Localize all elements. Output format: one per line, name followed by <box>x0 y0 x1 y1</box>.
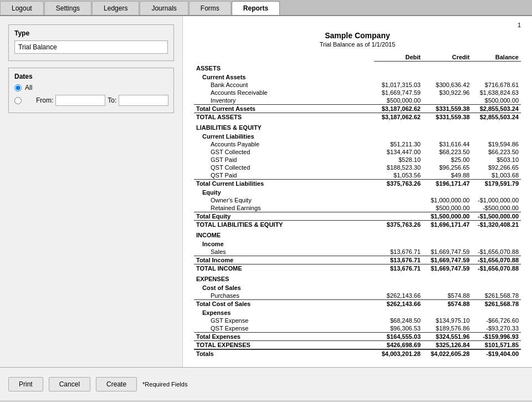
cancel-button[interactable]: Cancel <box>49 377 90 391</box>
subsection-current-liabilities: Current Liabilities <box>194 131 521 140</box>
row-total-current-liabilities: Total Current Liabilities $375,763.26 $1… <box>194 180 521 188</box>
tab-journals[interactable]: Journals <box>140 1 188 15</box>
to-date-input[interactable] <box>119 95 168 106</box>
radio-from-item: From: To: <box>14 95 168 106</box>
from-label: From: <box>36 96 53 104</box>
right-panel: 1 Sample Company Trial Balance as of 1/1… <box>183 16 532 367</box>
section-liabilities-equity: LIABILITIES & EQUITY <box>194 121 521 131</box>
dates-legend: Dates <box>14 73 168 80</box>
radio-from[interactable] <box>14 97 22 104</box>
tab-forms[interactable]: Forms <box>189 1 231 15</box>
row-total-expenses-bold: TOTAL EXPENSES $426,698.69 $325,126.84 $… <box>194 341 521 350</box>
row-qst-paid: QST Paid $1,053.56 $49.88 $1,003.68 <box>194 171 521 180</box>
type-legend: Type <box>14 29 168 37</box>
tab-bar: Logout Settings Ledgers Journals Forms R… <box>0 0 532 16</box>
row-totals: Totals $4,003,201.28 $4,022,605.28 -$19,… <box>194 349 521 358</box>
tab-logout[interactable]: Logout <box>0 1 44 15</box>
tab-settings[interactable]: Settings <box>44 1 91 15</box>
row-gst-collected: GST Collected $134,447.00 $68,223.50 $66… <box>194 148 521 156</box>
radio-all-item: All <box>14 84 168 91</box>
tab-ledgers[interactable]: Ledgers <box>92 1 139 15</box>
subsection-current-assets: Current Assets <box>194 72 521 81</box>
col-header-debit: Debit <box>374 53 423 62</box>
row-total-equity: Total Equity $1,500,000.00 -$1,500,000.0… <box>194 212 521 221</box>
section-assets: ASSETS <box>194 62 521 73</box>
col-header-balance: Balance <box>472 53 521 62</box>
row-total-expenses: Total Expenses $164,555.03 $324,551.96 -… <box>194 333 521 341</box>
radio-all-label: All <box>25 84 32 91</box>
row-qst-expense: QST Expense $96,306.53 $189,576.86 -$93,… <box>194 324 521 333</box>
from-date-input[interactable] <box>55 95 105 106</box>
radio-group: All From: To: <box>14 84 168 106</box>
left-panel: Type Dates All From: To: <box>0 16 183 367</box>
to-label: To: <box>108 96 116 104</box>
row-retained-earnings: Retained Earnings $500,000.00 -$500,000.… <box>194 204 521 212</box>
row-total-current-assets: Total Current Assets $3,187,062.62 $331,… <box>194 105 521 113</box>
row-inventory: Inventory $500,000.00 $500,000.00 <box>194 96 521 105</box>
main-content: Type Dates All From: To: <box>0 16 532 367</box>
report-company: Sample Company <box>194 31 521 40</box>
row-accounts-payable: Accounts Payable $51,211.30 $31,616.44 $… <box>194 140 521 148</box>
row-total-income: Total Income $13,676.71 $1,669,747.59 -$… <box>194 256 521 264</box>
row-total-assets: TOTAL ASSETS $3,187,062.62 $331,559.38 $… <box>194 113 521 121</box>
col-header-credit: Credit <box>423 53 472 62</box>
row-total-liabilities-equity: TOTAL LIABILITIES & EQUITY $375,763.26 $… <box>194 221 521 229</box>
subsection-equity: Equity <box>194 187 521 196</box>
tab-reports[interactable]: Reports <box>232 1 280 15</box>
create-button[interactable]: Create <box>96 377 137 391</box>
report-table: Debit Credit Balance ASSETS Current Asse… <box>194 53 521 358</box>
print-button[interactable]: Print <box>8 377 43 391</box>
page-number: 1 <box>194 22 521 28</box>
row-owners-equity: Owner's Equity $1,000,000.00 -$1,000,000… <box>194 196 521 204</box>
report-subtitle: Trial Balance as of 1/1/2015 <box>194 41 521 48</box>
section-expenses: EXPENSES <box>194 272 521 283</box>
bottom-bar: Print Cancel Create *Required Fields <box>0 367 532 400</box>
row-bank-account: Bank Account $1,017,315.03 $300,636.42 $… <box>194 81 521 89</box>
subsection-income: Income <box>194 239 521 248</box>
row-gst-paid: GST Paid $528.10 $25.00 $503.10 <box>194 156 521 164</box>
row-total-income-bold: TOTAL INCOME $13,676.71 $1,669,747.59 -$… <box>194 264 521 273</box>
section-income: INCOME <box>194 228 521 239</box>
subsection-cost-of-sales: Cost of Sales <box>194 283 521 292</box>
row-total-cost-of-sales: Total Cost of Sales $262,143.66 $574.88 … <box>194 300 521 308</box>
required-fields: *Required Fields <box>142 381 187 388</box>
row-accounts-receivable: Accounts Receivable $1,669,747.59 $30,92… <box>194 89 521 96</box>
subsection-expenses: Expenses <box>194 308 521 317</box>
row-purchases: Purchases $262,143.66 $574.88 $261,568.7… <box>194 292 521 300</box>
dates-section: Dates All From: To: <box>8 68 174 113</box>
row-gst-expense: GST Expense $68,248.50 $134,975.10 -$66,… <box>194 317 521 324</box>
radio-all[interactable] <box>14 84 22 91</box>
type-section: Type <box>8 24 174 61</box>
type-input[interactable] <box>14 40 168 54</box>
row-qst-collected: QST Collected $188,523.30 $96,256.65 $92… <box>194 164 521 171</box>
date-range-row: From: To: <box>36 95 168 106</box>
row-sales: Sales $13,676.71 $1,669,747.59 -$1,656,0… <box>194 248 521 256</box>
